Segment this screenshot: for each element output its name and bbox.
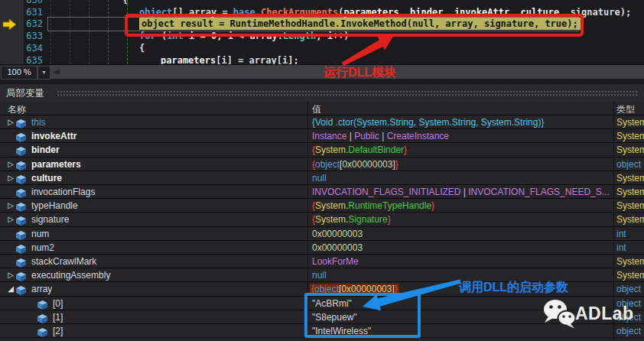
editor-bottom-bar: 100 % ▾ ◀ bbox=[0, 64, 644, 79]
token: } bbox=[395, 284, 398, 294]
variable-name: invokeAttr bbox=[31, 131, 76, 141]
variable-icon bbox=[16, 118, 26, 127]
token: base bbox=[233, 7, 255, 18]
expand-arrow-icon[interactable]: ▷ bbox=[6, 215, 15, 223]
variable-icon bbox=[16, 257, 26, 266]
token: System bbox=[616, 173, 644, 183]
expand-arrow-icon[interactable]: ▷ bbox=[6, 118, 15, 126]
token: , bbox=[559, 7, 570, 18]
token: System bbox=[616, 200, 644, 211]
variable-name: binder bbox=[31, 145, 60, 155]
locals-row[interactable]: invocationFlagsINVOCATION_FLAGS_INITIALI… bbox=[0, 185, 644, 199]
token: 0x00000003 bbox=[341, 284, 392, 294]
variable-name: invocationFlags bbox=[31, 187, 95, 197]
token: object bbox=[314, 284, 339, 294]
zoom-dropdown-button[interactable]: ▾ bbox=[37, 66, 50, 80]
variable-type: int bbox=[616, 242, 626, 253]
token: INVOCATION_FLAGS_INITIALIZED bbox=[312, 187, 460, 197]
token: System bbox=[616, 117, 644, 128]
locals-row[interactable]: ▷executingAssemblynullSystem bbox=[0, 268, 644, 282]
variable-name: culture bbox=[31, 173, 62, 183]
locals-row[interactable]: stackCrawlMarkLookForMeSystem bbox=[0, 255, 644, 268]
variable-value: {System.RuntimeTypeHandle} bbox=[312, 200, 434, 211]
variable-type: System bbox=[616, 117, 644, 128]
scroll-left-icon[interactable]: ◀ bbox=[54, 67, 60, 76]
variable-type: System bbox=[616, 270, 644, 281]
variable-icon bbox=[37, 299, 47, 308]
column-header-type[interactable]: 类型 bbox=[616, 103, 635, 116]
token: "AcBRmi" bbox=[312, 298, 352, 309]
token: ; i++) bbox=[316, 31, 349, 41]
locals-row[interactable]: ▷culturenullSystem bbox=[0, 171, 644, 185]
column-header-name[interactable]: 名称 bbox=[8, 103, 26, 116]
variable-icon bbox=[16, 160, 26, 169]
token: Signature bbox=[348, 214, 387, 225]
token: invokeAttr bbox=[454, 7, 509, 18]
token: CheckArguments bbox=[261, 7, 338, 18]
token: Instance bbox=[312, 131, 346, 141]
token: null bbox=[312, 173, 327, 183]
expand-arrow-icon[interactable]: ▷ bbox=[6, 201, 15, 209]
variable-value: {System.Signature} bbox=[312, 214, 391, 225]
expand-arrow-icon[interactable]: ▷ bbox=[6, 271, 15, 279]
column-divider[interactable] bbox=[613, 102, 614, 341]
locals-row[interactable]: ▷signature{System.Signature}System bbox=[0, 213, 644, 226]
variable-value: "IntelWireless" bbox=[312, 326, 371, 336]
line-number: 631 bbox=[0, 6, 43, 18]
token: System bbox=[616, 214, 644, 225]
code-editor[interactable]: 630{631object[] array = base.CheckArgume… bbox=[0, 0, 644, 64]
token: object bbox=[616, 326, 641, 336]
locals-row[interactable]: ▷typeHandle{System.RuntimeTypeHandle}Sys… bbox=[0, 199, 644, 213]
variable-icon bbox=[16, 284, 26, 294]
zoom-level-control[interactable]: 100 % bbox=[1, 66, 37, 80]
token: CreateInstance bbox=[387, 131, 449, 141]
locals-row[interactable]: num20x00000003int bbox=[0, 241, 644, 255]
code-text: for (int i = 0; i < array.Length; i++) bbox=[139, 30, 350, 42]
collapse-arrow-icon[interactable]: ◢ bbox=[6, 284, 15, 293]
variable-icon bbox=[37, 313, 47, 322]
variable-name: [2] bbox=[53, 326, 63, 336]
locals-row[interactable]: ▷this{Void .ctor(System.String, System.S… bbox=[0, 115, 644, 129]
variable-value: {object[0x00000003]} bbox=[312, 159, 398, 170]
variable-name: signature bbox=[31, 214, 69, 225]
token: System bbox=[616, 270, 644, 281]
token: . bbox=[255, 7, 261, 18]
column-header-value[interactable]: 值 bbox=[312, 103, 321, 116]
locals-row[interactable]: [1]"S8epuew"object bbox=[0, 310, 644, 324]
expand-arrow-icon[interactable]: ▷ bbox=[6, 160, 15, 168]
locals-row[interactable]: ▷parameters{object[0x00000003]}object bbox=[0, 158, 644, 171]
locals-row[interactable]: invokeAttrInstance | Public | CreateInst… bbox=[0, 129, 644, 143]
column-divider[interactable] bbox=[307, 102, 308, 341]
token: , bbox=[399, 7, 410, 18]
variable-type: object bbox=[616, 298, 641, 309]
token: signature bbox=[571, 7, 620, 18]
locals-row[interactable]: ◢array{object[0x00000003]}object bbox=[0, 282, 644, 296]
variable-icon bbox=[37, 326, 47, 336]
locals-row[interactable]: [2]"IntelWireless"object bbox=[0, 324, 644, 338]
variable-icon bbox=[16, 229, 26, 239]
token: [] array = bbox=[172, 7, 233, 18]
variable-type: System bbox=[616, 131, 644, 141]
token: object bbox=[315, 159, 340, 170]
locals-row[interactable]: num0x00000003int bbox=[0, 227, 644, 241]
locals-row[interactable]: [0]"AcBRmi"object bbox=[0, 297, 644, 310]
variable-type: object bbox=[616, 159, 641, 170]
variable-name: parameters bbox=[31, 159, 81, 170]
token: } bbox=[395, 159, 398, 170]
expand-arrow-icon[interactable]: ▷ bbox=[6, 174, 15, 182]
horizontal-scrollbar[interactable]: ◀ bbox=[50, 65, 644, 79]
token: | bbox=[379, 131, 387, 141]
variable-icon bbox=[16, 271, 26, 280]
variable-value: null bbox=[312, 270, 327, 281]
token: object bbox=[616, 312, 641, 323]
token: for bbox=[139, 31, 156, 41]
variable-name: typeHandle bbox=[31, 200, 78, 211]
execution-pointer-icon[interactable] bbox=[2, 18, 18, 31]
variable-name: array bbox=[31, 284, 52, 294]
locals-row[interactable]: binder{System.DefaultBinder}System bbox=[0, 143, 644, 157]
variable-icon bbox=[16, 243, 26, 252]
token: System bbox=[616, 145, 644, 155]
variable-type: System bbox=[616, 187, 644, 197]
variable-value: {System.DefaultBinder} bbox=[312, 145, 407, 155]
variable-type: object bbox=[616, 326, 641, 336]
